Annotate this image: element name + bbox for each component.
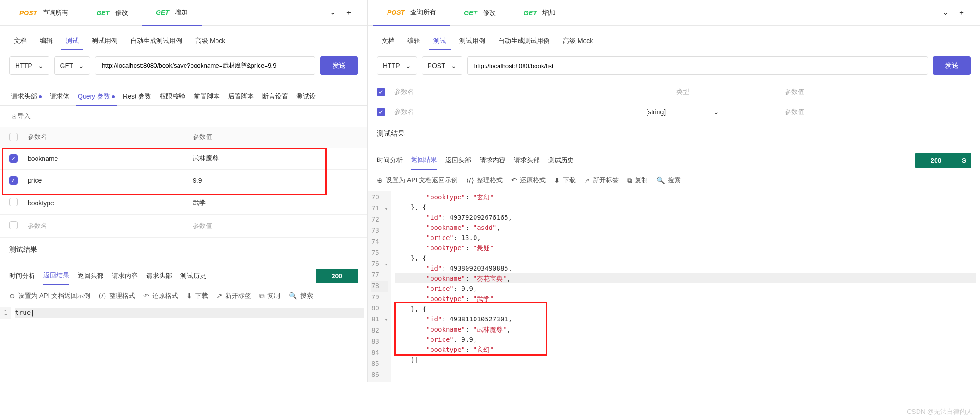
toolbar-format[interactable]: ⟨/⟩整理格式 bbox=[99, 292, 135, 300]
send-button[interactable]: 发送 bbox=[320, 56, 358, 75]
param-tab-headers[interactable]: 请求头部 bbox=[9, 88, 43, 105]
url-input[interactable] bbox=[95, 56, 315, 75]
param-tab-postscript[interactable]: 后置脚本 bbox=[226, 88, 256, 105]
subtab-test[interactable]: 测试 bbox=[429, 33, 451, 49]
chevron-down-icon[interactable]: ⌄ bbox=[330, 8, 336, 18]
subtab-case[interactable]: 测试用例 bbox=[455, 33, 490, 49]
subtab-doc[interactable]: 文档 bbox=[377, 33, 399, 49]
param-tab-prescript[interactable]: 前置脚本 bbox=[192, 88, 222, 105]
send-button[interactable]: 发送 bbox=[933, 56, 971, 75]
import-icon: ⎘ bbox=[12, 112, 18, 120]
param-value[interactable]: 武学 bbox=[193, 199, 358, 207]
param-name[interactable]: booktype bbox=[28, 199, 193, 207]
result-tab-reqbody[interactable]: 请求内容 bbox=[480, 152, 505, 169]
chevron-down-icon[interactable]: ⌄ bbox=[943, 8, 949, 18]
toolbar-search[interactable]: 🔍搜索 bbox=[656, 176, 681, 185]
toolbar-format[interactable]: ⟨/⟩整理格式 bbox=[466, 176, 502, 185]
table-row: 参数名 参数值 bbox=[0, 215, 367, 238]
checkbox-all[interactable]: ✓ bbox=[377, 88, 385, 96]
checkbox[interactable] bbox=[9, 221, 18, 229]
method-badge: POST bbox=[387, 9, 405, 16]
result-tab-history[interactable]: 测试历史 bbox=[548, 152, 574, 169]
result-tab-reqbody[interactable]: 请求内容 bbox=[112, 267, 138, 285]
toolbar-set-example[interactable]: ⊕设置为 API 文档返回示例 bbox=[377, 176, 458, 185]
param-name-placeholder[interactable]: 参数名 bbox=[28, 222, 193, 230]
param-name[interactable]: bookname bbox=[28, 155, 193, 162]
result-tab-reqheaders[interactable]: 请求头部 bbox=[514, 152, 540, 169]
undo-icon: ↶ bbox=[143, 292, 149, 300]
result-tab-time[interactable]: 时间分析 bbox=[377, 152, 403, 169]
tab-query-all[interactable]: POST 查询所有 bbox=[373, 0, 450, 26]
tab-modify[interactable]: GET 修改 bbox=[82, 0, 142, 26]
toolbar-set-example[interactable]: ⊕设置为 API 文档返回示例 bbox=[9, 292, 90, 300]
toolbar-copy[interactable]: ⧉复制 bbox=[627, 176, 648, 185]
checkbox[interactable]: ✓ bbox=[9, 154, 18, 163]
code-editor[interactable]: 70 71 ▾72 73 74 75 76 ▾77 78 79 80 81 ▾8… bbox=[368, 191, 980, 382]
subtab-edit[interactable]: 编辑 bbox=[403, 33, 425, 49]
toolbar-restore[interactable]: ↶还原格式 bbox=[143, 292, 178, 300]
param-tab-body[interactable]: 请求体 bbox=[48, 88, 71, 105]
result-tab-time[interactable]: 时间分析 bbox=[9, 267, 35, 285]
table-row: ✓ price 9.9 bbox=[0, 170, 367, 191]
toolbar-download[interactable]: ⬇下载 bbox=[554, 176, 576, 185]
tab-modify[interactable]: GET 修改 bbox=[450, 0, 510, 26]
method-select[interactable]: GET ⌄ bbox=[54, 56, 91, 75]
toolbar-copy[interactable]: ⧉复制 bbox=[259, 292, 280, 300]
params-table: 参数名 参数值 ✓ bookname 武林魔尊 ✓ price 9.9 book… bbox=[0, 127, 367, 238]
param-tab-testset[interactable]: 测试设 bbox=[295, 88, 318, 105]
subtab-mock[interactable]: 高级 Mock bbox=[558, 33, 598, 49]
subtab-auto[interactable]: 自动生成测试用例 bbox=[493, 33, 555, 49]
param-value-input[interactable]: 参数值 bbox=[785, 108, 971, 116]
checkbox[interactable]: ✓ bbox=[377, 108, 385, 116]
url-input[interactable] bbox=[467, 56, 928, 75]
plus-icon[interactable]: ＋ bbox=[345, 8, 352, 18]
result-tab-reqheaders[interactable]: 请求头部 bbox=[146, 267, 172, 285]
tab-label: 查询所有 bbox=[410, 8, 436, 17]
checkbox-all[interactable] bbox=[9, 133, 18, 141]
subtab-mock[interactable]: 高级 Mock bbox=[191, 33, 230, 49]
method-badge: GET bbox=[464, 9, 477, 17]
method-select[interactable]: POST ⌄ bbox=[422, 56, 462, 75]
result-tab-rheaders[interactable]: 返回头部 bbox=[78, 267, 104, 285]
param-name[interactable]: price bbox=[28, 177, 193, 184]
chevron-down-icon: ⌄ bbox=[79, 62, 84, 69]
result-tab-history[interactable]: 测试历史 bbox=[180, 267, 206, 285]
checkbox[interactable] bbox=[9, 198, 18, 206]
search-icon: 🔍 bbox=[289, 292, 297, 300]
param-tab-auth[interactable]: 权限校验 bbox=[158, 88, 187, 105]
subtab-auto[interactable]: 自动生成测试用例 bbox=[126, 33, 187, 49]
param-name-input[interactable]: 参数名 bbox=[394, 108, 580, 116]
checkbox[interactable]: ✓ bbox=[9, 176, 18, 185]
subtab-doc[interactable]: 文档 bbox=[9, 33, 31, 49]
param-type-select[interactable]: [string] ⌄ bbox=[590, 108, 776, 116]
toolbar-restore[interactable]: ↶还原格式 bbox=[511, 176, 546, 185]
result-tab-body[interactable]: 返回结果 bbox=[43, 267, 69, 285]
import-link[interactable]: ⎘ 导入 bbox=[12, 112, 31, 120]
subtab-case[interactable]: 测试用例 bbox=[87, 33, 122, 49]
param-value[interactable]: 9.9 bbox=[193, 177, 358, 184]
tab-add[interactable]: GET 增加 bbox=[510, 0, 569, 26]
param-value-placeholder[interactable]: 参数值 bbox=[193, 222, 358, 230]
param-tab-assert[interactable]: 断言设置 bbox=[260, 88, 290, 105]
sub-tabs: 文档 编辑 测试 测试用例 自动生成测试用例 高级 Mock bbox=[368, 26, 980, 49]
code-editor[interactable]: 1 true| bbox=[0, 307, 367, 319]
header-name: 参数名 bbox=[394, 88, 580, 96]
result-tab-rheaders[interactable]: 返回头部 bbox=[445, 152, 471, 169]
param-tab-rest[interactable]: Rest 参数 bbox=[121, 88, 153, 105]
result-toolbar: ⊕设置为 API 文档返回示例 ⟨/⟩整理格式 ↶还原格式 ⬇下载 ↗新开标签 … bbox=[368, 170, 980, 191]
plus-doc-icon: ⊕ bbox=[9, 292, 15, 300]
result-tab-body[interactable]: 返回结果 bbox=[411, 151, 437, 170]
protocol-select[interactable]: HTTP ⌄ bbox=[9, 56, 49, 75]
subtab-edit[interactable]: 编辑 bbox=[35, 33, 57, 49]
plus-icon[interactable]: ＋ bbox=[958, 8, 965, 18]
param-tab-query[interactable]: Query 参数 bbox=[76, 88, 117, 105]
tab-add[interactable]: GET 增加 bbox=[142, 0, 202, 26]
toolbar-download[interactable]: ⬇下载 bbox=[186, 292, 208, 300]
toolbar-search[interactable]: 🔍搜索 bbox=[289, 292, 313, 300]
protocol-select[interactable]: HTTP ⌄ bbox=[377, 56, 417, 75]
param-value[interactable]: 武林魔尊 bbox=[193, 154, 358, 163]
tab-query-all[interactable]: POST 查询所有 bbox=[6, 0, 82, 26]
subtab-test[interactable]: 测试 bbox=[61, 33, 83, 49]
toolbar-newtab[interactable]: ↗新开标签 bbox=[584, 176, 619, 185]
toolbar-newtab[interactable]: ↗新开标签 bbox=[216, 292, 251, 300]
